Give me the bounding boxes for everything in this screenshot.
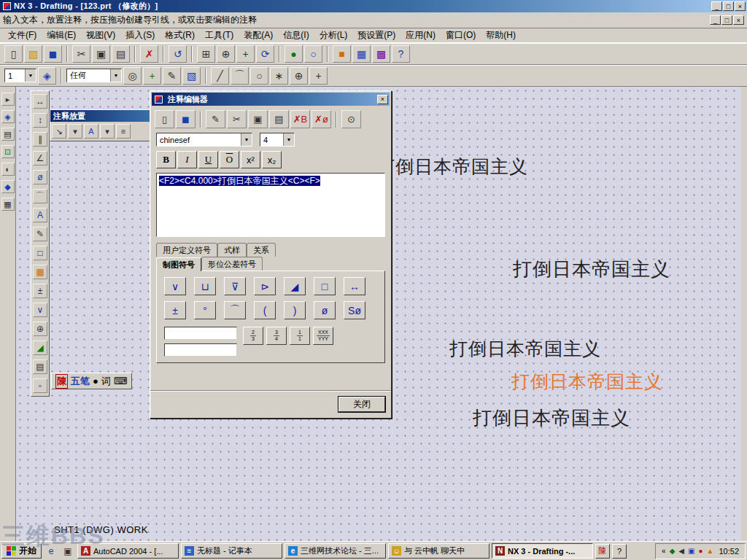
snap-point-button[interactable]: ◎: [123, 67, 142, 85]
symbol-value-input-1[interactable]: [164, 327, 237, 340]
parallel-dimension-button[interactable]: ∥: [33, 132, 47, 147]
menu-application[interactable]: 应用(N): [400, 28, 441, 43]
start-button[interactable]: 开始: [1, 543, 42, 559]
menu-information[interactable]: 信息(I): [278, 28, 314, 43]
leader-button[interactable]: ↘: [52, 124, 66, 139]
clear-symbols-button[interactable]: ✗ø: [311, 110, 331, 128]
diameter-dimension-button[interactable]: ø: [33, 170, 47, 184]
fit-view-button[interactable]: ⊡: [1, 145, 15, 158]
fraction-xxx-yyy-button[interactable]: XXX YYY: [313, 327, 333, 345]
ime-indicator-tray-icon[interactable]: ▲: [707, 547, 714, 555]
superscript-button[interactable]: x²: [241, 151, 260, 168]
menu-edit[interactable]: 编辑(E): [42, 28, 81, 43]
annotation-text[interactable]: 打倒日本帝国主义: [376, 155, 528, 179]
zoom-in-button[interactable]: ⊕: [217, 45, 235, 63]
app-modeling-button[interactable]: ■: [333, 45, 351, 63]
copy-button[interactable]: ▣: [248, 110, 268, 128]
menu-view[interactable]: 视图(V): [81, 28, 120, 43]
point-tool-button[interactable]: ∗: [270, 67, 288, 85]
wireframe-view-button[interactable]: ○: [304, 45, 322, 63]
volume-tray-icon[interactable]: ◀: [678, 547, 684, 555]
star-tool-button[interactable]: ◆: [1, 180, 15, 193]
plus-minus-symbol-button[interactable]: ±: [164, 301, 186, 319]
keyboard-icon[interactable]: ⌨: [114, 376, 128, 386]
cut-button[interactable]: ✂: [227, 110, 247, 128]
select-button[interactable]: ▸: [1, 93, 15, 106]
ime-dot-icon[interactable]: ●: [93, 376, 98, 386]
arc-tool-button[interactable]: ⌒: [231, 67, 249, 85]
depth-symbol-button[interactable]: ⊽: [224, 277, 246, 295]
dialog-titlebar[interactable]: 注释编辑器 ×: [152, 93, 390, 106]
leader-options-button[interactable]: ▾: [68, 124, 82, 139]
size-select[interactable]: 4 ▼: [260, 133, 295, 147]
menu-format[interactable]: 格式(R): [160, 28, 200, 43]
surface-finish-symbol-button[interactable]: ∨: [164, 277, 186, 295]
delete-attributes-button[interactable]: ✗B: [290, 110, 310, 128]
plus-tool-button[interactable]: +: [309, 67, 328, 85]
open-file-button[interactable]: ▨: [24, 45, 42, 63]
snap-button[interactable]: ◈: [1, 110, 15, 123]
annotation-text[interactable]: 打倒日本帝国主义: [449, 337, 601, 361]
new-file-button[interactable]: ▯: [4, 45, 23, 63]
annotation-text[interactable]: 打倒日本帝国主义: [513, 257, 670, 282]
selection-filter-select[interactable]: 任何 ▼: [66, 69, 122, 82]
chevron-down-icon[interactable]: ▼: [283, 133, 294, 146]
help-button[interactable]: ?: [392, 45, 410, 63]
layer-settings-button[interactable]: ◈: [38, 67, 56, 85]
ime-mode-label[interactable]: 五笔: [71, 375, 90, 388]
save-button[interactable]: ◼: [44, 45, 62, 63]
fraction-3-4-button[interactable]: 3 4: [266, 327, 287, 345]
degree-symbol-button[interactable]: °: [194, 301, 216, 319]
fraction-1-1-button[interactable]: 1 1: [290, 327, 310, 345]
tab-gdt-symbols[interactable]: 形位公差符号: [201, 257, 263, 271]
messenger-tray-icon[interactable]: ◆: [670, 547, 676, 555]
slope-symbol-button[interactable]: ◢: [284, 277, 306, 295]
menu-help[interactable]: 帮助(H): [481, 28, 521, 43]
circle-tool-button[interactable]: ○: [250, 67, 268, 85]
taskbar-item-notepad[interactable]: ≡ 无标题 - 记事本: [181, 543, 282, 559]
rectangle-button[interactable]: □: [33, 246, 47, 260]
preview-button[interactable]: ⊙: [341, 110, 361, 128]
delete-button[interactable]: ✗: [140, 45, 158, 63]
layers-button[interactable]: ▤: [1, 128, 15, 141]
paste-button[interactable]: ▤: [269, 110, 289, 128]
center-mark-button[interactable]: ⊕: [33, 322, 47, 336]
display-settings-button[interactable]: ▧: [182, 67, 201, 85]
app-drafting-button[interactable]: ▦: [352, 45, 371, 63]
surface-finish-button[interactable]: ∨: [33, 303, 47, 317]
menu-tools[interactable]: 工具(T): [200, 28, 239, 43]
ime-taskbar-button[interactable]: 陳: [595, 544, 610, 559]
sheet-button[interactable]: ▤: [33, 359, 47, 374]
arc-symbol-button[interactable]: ⌒: [224, 301, 246, 319]
ime-name-icon[interactable]: 陳: [55, 374, 68, 389]
create-point-button[interactable]: +: [143, 67, 161, 85]
tray-chevron-icon[interactable]: «: [662, 547, 666, 555]
child-close-button[interactable]: ×: [733, 15, 744, 25]
symbol-value-input-2[interactable]: [164, 343, 237, 357]
slope-symbol-button[interactable]: ◢: [33, 341, 47, 355]
annotation-text-area[interactable]: <F2><C4.000>打倒日本帝国主义<C><F>: [156, 173, 385, 237]
dialog-close-button[interactable]: ×: [377, 95, 388, 104]
menu-assemblies[interactable]: 装配(A): [239, 28, 278, 43]
table-button[interactable]: ▦: [33, 265, 47, 279]
taskbar-item-nx[interactable]: N NX 3 - Drafting -...: [492, 543, 593, 559]
italic-button[interactable]: I: [177, 151, 197, 168]
undo-button[interactable]: ↺: [169, 45, 187, 63]
internet-explorer-quicklaunch[interactable]: e: [44, 544, 58, 559]
taskbar-item-chat[interactable]: ☺ 与 云中帆 聊天中: [388, 543, 489, 559]
copy-button[interactable]: ▣: [92, 45, 110, 63]
help-taskbar-button[interactable]: ?: [612, 544, 627, 559]
view-creation-button[interactable]: ▫: [33, 378, 47, 393]
taskbar-item-autocad[interactable]: A AutoCAD 2004 - [...: [77, 543, 179, 559]
label-button[interactable]: ✎: [33, 227, 47, 241]
counterbore-symbol-button[interactable]: ⊔: [194, 277, 216, 295]
ime-word-label[interactable]: 词: [101, 375, 111, 388]
spherical-diameter-symbol-button[interactable]: Sø: [344, 301, 365, 319]
target-tool-button[interactable]: ⊕: [290, 67, 308, 85]
annotation-text[interactable]: 打倒日本帝国主义: [473, 405, 630, 431]
vertical-dimension-button[interactable]: ↕: [33, 113, 47, 128]
open-paren-symbol-button[interactable]: (: [254, 301, 276, 319]
bold-button[interactable]: B: [156, 151, 176, 168]
horizontal-dimension-button[interactable]: ↔: [33, 94, 47, 109]
tab-drafting-symbols[interactable]: 制图符号: [156, 257, 201, 271]
